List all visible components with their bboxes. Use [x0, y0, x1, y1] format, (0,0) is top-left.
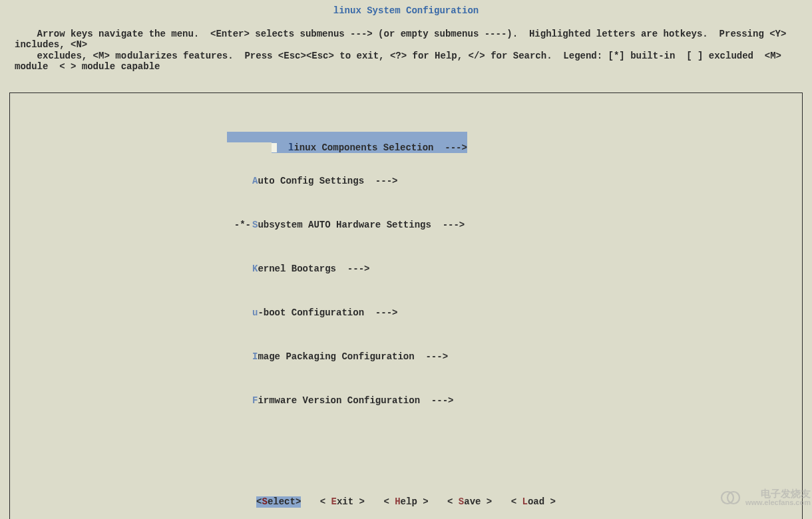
menu-label: irmware Version Configuration --->	[258, 395, 453, 406]
help-line2a: excludes, <M> mo	[37, 51, 126, 61]
menu-prefix	[227, 263, 251, 275]
help-line1: Arrow keys navigate the menu. <Enter> se…	[15, 29, 792, 51]
help-text: Arrow keys navigate the menu. <Enter> se…	[8, 17, 804, 83]
button-hotkey: L	[522, 496, 527, 507]
menu-label: inux Components Selection --->	[294, 142, 467, 153]
menu-label: mage Packaging Configuration --->	[258, 351, 448, 362]
menu-prefix	[227, 176, 251, 187]
menu-list: linux Components Selection ---> Auto Con…	[227, 98, 467, 439]
button-hotkey: S	[262, 496, 268, 507]
window-title: linux System Configuration	[333, 5, 479, 17]
button-hotkey: E	[331, 496, 337, 507]
menu-item-firmware-version[interactable]: Firmware Version Configuration --->	[227, 395, 467, 407]
button-hotkey: H	[395, 496, 400, 507]
menu-frame: linux Components Selection ---> Auto Con…	[9, 92, 803, 519]
help-button[interactable]: < Help >	[383, 496, 428, 508]
menu-prefix	[227, 307, 251, 319]
menu-item-image-packaging[interactable]: Image Packaging Configuration --->	[227, 351, 467, 363]
menu-label: uto Config Settings --->	[258, 176, 397, 186]
menu-item-subsystem-auto-hw[interactable]: -*-Subsystem AUTO Hardware Settings --->	[227, 220, 467, 231]
menu-label: ernel Bootargs --->	[258, 263, 369, 274]
exit-button[interactable]: < Exit >	[320, 496, 365, 508]
select-button[interactable]: <Select>	[256, 496, 301, 508]
menu-prefix	[227, 395, 251, 407]
window-title-row: linux System Configuration	[8, 5, 804, 16]
load-button[interactable]: < Load >	[511, 496, 556, 508]
menu-prefix: -*-	[227, 220, 251, 231]
menu-label: -boot Configuration --->	[258, 307, 397, 318]
menu-prefix	[227, 351, 251, 363]
button-bar: <Select> < Exit > < Help > < Save > < Lo…	[0, 496, 812, 508]
menu-item-uboot-config[interactable]: u-boot Configuration --->	[227, 307, 467, 319]
button-hotkey: S	[459, 496, 464, 507]
menu-item-kernel-bootargs[interactable]: Kernel Bootargs --->	[227, 263, 467, 275]
menu-item-auto-config[interactable]: Auto Config Settings --->	[227, 176, 467, 187]
menu-label: ubsystem AUTO Hardware Settings --->	[258, 220, 465, 230]
save-button[interactable]: < Save >	[447, 496, 492, 508]
menu-item-linux-components[interactable]: linux Components Selection --->	[227, 132, 467, 143]
